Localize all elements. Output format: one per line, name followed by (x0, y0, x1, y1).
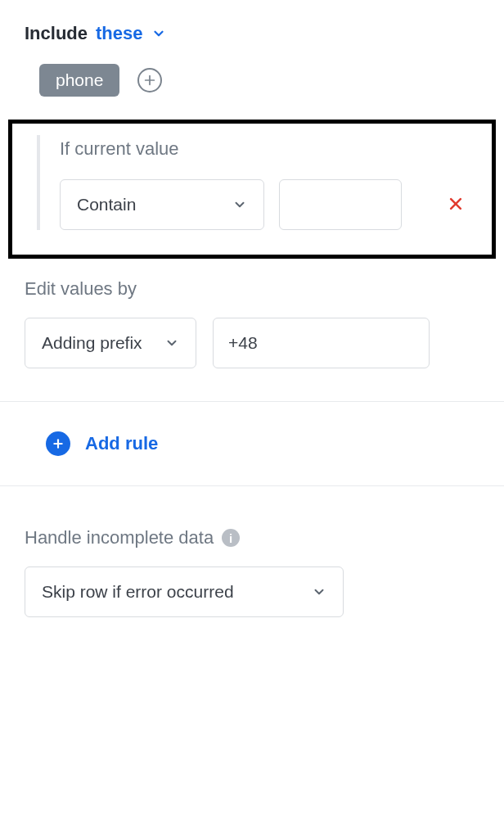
chevron-down-icon (232, 197, 247, 212)
error-handling-value: Skip row if error occurred (42, 582, 234, 602)
info-icon[interactable]: i (222, 529, 240, 547)
include-scope-link[interactable]: these (96, 23, 165, 44)
remove-condition-button[interactable] (444, 194, 467, 215)
field-chip-phone[interactable]: phone (39, 64, 119, 97)
handle-incomplete-label: Handle incomplete data (25, 527, 214, 548)
edit-mode-select[interactable]: Adding prefix (25, 318, 196, 368)
include-scope-text: these (96, 23, 142, 44)
add-rule-label: Add rule (85, 433, 158, 454)
plus-icon (143, 74, 156, 87)
chevron-down-icon (312, 585, 326, 599)
chevron-down-icon (151, 26, 166, 41)
edit-mode-value: Adding prefix (42, 333, 142, 353)
condition-block: If current value Contain (8, 120, 496, 259)
close-icon (448, 196, 464, 212)
edit-value-input[interactable] (213, 318, 430, 368)
plus-circle-icon (46, 431, 70, 456)
condition-operator-select[interactable]: Contain (60, 179, 264, 230)
chevron-down-icon (164, 336, 179, 350)
condition-operator-value: Contain (77, 195, 136, 214)
add-field-button[interactable] (137, 68, 162, 93)
error-handling-select[interactable]: Skip row if error occurred (25, 566, 344, 617)
add-rule-button[interactable]: Add rule (25, 402, 479, 485)
edit-values-label: Edit values by (25, 278, 479, 300)
condition-value-input[interactable] (279, 179, 402, 230)
include-label: Include (25, 23, 88, 44)
condition-label: If current value (60, 135, 467, 160)
